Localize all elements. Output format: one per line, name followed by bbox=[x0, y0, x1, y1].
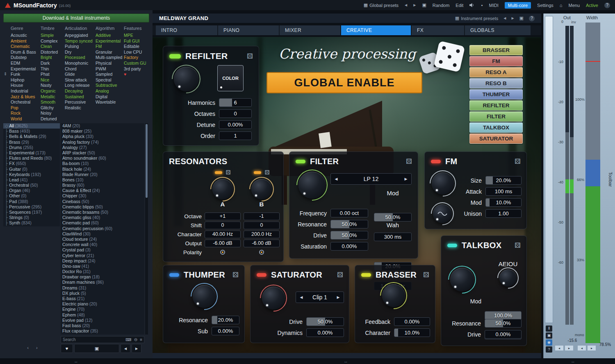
resize-handle[interactable]: ↔ bbox=[571, 358, 575, 364]
preset-item[interactable]: Cause & Effect (24) bbox=[61, 188, 144, 193]
tag-pwm[interactable]: PWM bbox=[96, 66, 123, 72]
tag-acoustic[interactable]: Acoustic bbox=[11, 33, 39, 38]
tag-spectral[interactable]: Spectral bbox=[96, 77, 123, 83]
filter-mod-depth[interactable]: 50.0% bbox=[374, 213, 412, 222]
preset-item[interactable]: 808 maker (25) bbox=[61, 129, 144, 134]
resize-handle[interactable]: ↔ bbox=[344, 358, 348, 364]
param-value-output-b[interactable]: -6.00 dB bbox=[244, 240, 280, 247]
tag-additive[interactable]: Additive bbox=[96, 33, 123, 38]
module-item-reso-b[interactable]: RESO B bbox=[469, 78, 523, 88]
param-value-dynamics[interactable]: 0.00% bbox=[306, 328, 344, 337]
list-menu-icon[interactable]: ≡ bbox=[140, 337, 142, 342]
preset-item[interactable]: Ephem (48) bbox=[61, 312, 144, 318]
dice-icon[interactable]: ⚄ bbox=[406, 157, 412, 166]
tab-intro[interactable]: INTRO bbox=[156, 25, 217, 35]
category-item[interactable]: ├ Brass (29) bbox=[3, 140, 60, 145]
tag-analog[interactable]: Analog bbox=[96, 88, 123, 94]
tag-low-cpu[interactable]: Low CPU bbox=[124, 50, 146, 55]
tag-wavetable[interactable]: Wavetable bbox=[96, 99, 123, 105]
param-value-octave-b[interactable]: -1 bbox=[244, 213, 280, 220]
saturator-knob[interactable] bbox=[262, 287, 285, 310]
tag-nasty[interactable]: Nasty bbox=[41, 83, 64, 88]
preset-item[interactable]: Electric piano (20) bbox=[61, 301, 144, 307]
preset-item[interactable]: Bones (10) bbox=[61, 177, 144, 183]
preset-item[interactable]: Deep impact (24) bbox=[61, 258, 144, 264]
preset-item[interactable]: Dreams (31) bbox=[61, 285, 144, 291]
resonator-a-enable-led[interactable] bbox=[214, 171, 223, 174]
param-value-octave-a[interactable]: +1 bbox=[205, 213, 241, 220]
tag-ambient[interactable]: Ambient bbox=[11, 38, 39, 44]
next-preset-button[interactable]: ▶ bbox=[132, 344, 141, 353]
dice-icon[interactable]: ⚄ bbox=[515, 241, 521, 250]
polarity-toggle-a[interactable] bbox=[220, 250, 225, 255]
tab-creative[interactable]: CREATIVE bbox=[341, 25, 411, 35]
category-item[interactable]: ├ Flutes and Reeds (80) bbox=[3, 156, 60, 161]
install-instruments-button[interactable]: Download & Install instruments bbox=[3, 14, 149, 23]
multicore-toggle[interactable]: Multi-core bbox=[505, 2, 531, 9]
tag-jazz-blues[interactable]: Jazz & blues bbox=[11, 94, 39, 100]
preset-item[interactable]: Cinematic gliss (40) bbox=[61, 215, 144, 220]
talkbox-enable-led[interactable] bbox=[447, 243, 458, 248]
tag-orchestral[interactable]: Orchestral bbox=[11, 99, 39, 105]
category-item[interactable]: ├ Drums (255) bbox=[3, 145, 60, 150]
param-value-resonance[interactable]: 50.0% bbox=[485, 319, 522, 328]
horizontal-scrollbar[interactable]: ‹› bbox=[21, 345, 51, 350]
param-value-drive[interactable]: 50.0% bbox=[306, 317, 344, 326]
param-value-order[interactable]: 1 bbox=[219, 131, 252, 140]
param-value-drive[interactable]: 50.0% bbox=[330, 231, 368, 240]
param-value-mod[interactable]: 10.0% bbox=[485, 198, 522, 207]
dice-icon[interactable]: ⚄ bbox=[247, 52, 253, 61]
prev-arrow-icon[interactable]: ◀ bbox=[331, 177, 342, 181]
preset-item[interactable]: Blade Runner (20) bbox=[61, 172, 144, 177]
category-item[interactable]: ├ Pad (388) bbox=[3, 199, 60, 204]
param-value-harmonics[interactable]: 6 bbox=[219, 98, 252, 107]
global-enable-button[interactable]: GLOBAL ENABLE bbox=[266, 72, 422, 93]
preset-item[interactable]: Engine (70) bbox=[61, 307, 144, 312]
tag-distorted[interactable]: Distorted bbox=[41, 50, 64, 55]
preset-item[interactable]: Chipper (30) bbox=[61, 193, 144, 199]
module-item-saturator[interactable]: SATURATOR bbox=[469, 133, 523, 144]
module-item-thumper[interactable]: THUMPER bbox=[469, 89, 523, 99]
category-item[interactable]: ├ Lead (41) bbox=[3, 177, 60, 183]
category-item[interactable]: ├ Experimental (173) bbox=[3, 150, 60, 156]
module-item-filter[interactable]: FILTER bbox=[469, 111, 523, 122]
preset-item[interactable]: Crystal pad (3) bbox=[61, 247, 144, 253]
pause-button[interactable]: ‖ bbox=[546, 326, 552, 332]
preset-item[interactable]: 4AM (20) bbox=[61, 123, 144, 129]
tag-funk[interactable]: Funk bbox=[11, 72, 39, 77]
tag-decaying[interactable]: Decaying bbox=[65, 88, 94, 94]
preset-item[interactable]: Cinematic blipps (50) bbox=[61, 204, 144, 210]
preset-item[interactable]: Dino-saw (41) bbox=[61, 264, 144, 269]
tag-experimental[interactable]: Experimental bbox=[11, 66, 39, 72]
filter-type-dropdown[interactable]: ◀ LP 12 ▶ bbox=[330, 173, 412, 185]
param-value-octaves[interactable]: 0 bbox=[219, 109, 252, 118]
tag-pulsing[interactable]: Pulsing bbox=[65, 44, 94, 50]
refilter-knob[interactable] bbox=[174, 67, 198, 91]
snapshot-icon[interactable]: ▣ bbox=[546, 332, 552, 339]
category-item[interactable]: ├ FX (650) bbox=[3, 161, 60, 166]
preset-item[interactable]: Fast bass (20) bbox=[61, 323, 144, 328]
saturator-enable-led[interactable] bbox=[256, 273, 267, 277]
tag-organic[interactable]: Organic bbox=[41, 88, 64, 94]
dice-icon[interactable]: ⚄ bbox=[232, 271, 239, 279]
category-item[interactable]: ├ Keyboards (192) bbox=[3, 172, 60, 177]
scrollbar-thumb[interactable] bbox=[146, 124, 148, 198]
talkbox-vowel-knob[interactable] bbox=[499, 269, 517, 287]
category-item[interactable]: ├ Other (0) bbox=[3, 193, 60, 199]
tag-glitchy[interactable]: Glitchy bbox=[41, 105, 64, 111]
tag-bright[interactable]: Bright bbox=[41, 55, 64, 61]
tag-smooth[interactable]: Smooth bbox=[41, 99, 64, 105]
tag-long-release[interactable]: Long release bbox=[65, 83, 94, 88]
home-icon[interactable]: ⌂ bbox=[560, 3, 563, 8]
preset-item[interactable]: Cinematic braaams (50) bbox=[61, 210, 144, 215]
tag-edm[interactable]: EDM bbox=[11, 61, 39, 66]
filter-knob[interactable] bbox=[298, 172, 326, 199]
category-item[interactable]: ├ Synth (834) bbox=[3, 220, 60, 226]
settings-button[interactable]: Settings bbox=[537, 3, 554, 8]
category-item[interactable]: ├ Orchestral (50) bbox=[3, 183, 60, 188]
tag-granular[interactable]: Granular bbox=[96, 50, 123, 55]
preset-item[interactable]: Atmo soundmaker (60) bbox=[61, 156, 144, 161]
tag-sampled[interactable]: Sampled bbox=[96, 72, 123, 77]
param-value-output-a[interactable]: -6.00 dB bbox=[205, 240, 241, 247]
save-preset-icon[interactable]: ▣ bbox=[422, 2, 426, 8]
